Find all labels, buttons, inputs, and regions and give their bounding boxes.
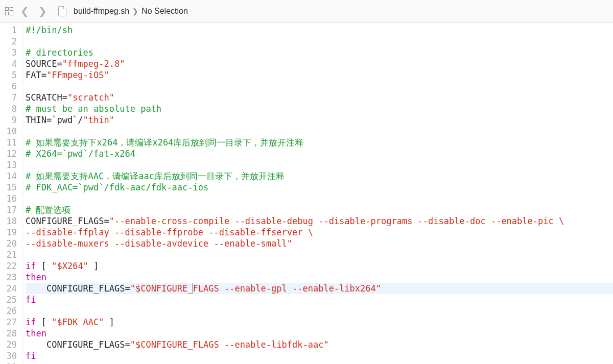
code-line[interactable]: # 如果需要支持AAC，请编译aac库后放到同一目录下，并放开注释 <box>26 171 613 182</box>
code-area[interactable]: #!/bin/sh # directoriesSOURCE="ffmpeg-2.… <box>22 22 613 364</box>
code-line[interactable]: then <box>26 328 613 339</box>
code-line[interactable]: fi <box>26 294 613 305</box>
line-number: 7 <box>0 92 22 103</box>
line-number: 12 <box>0 148 22 159</box>
line-number: 17 <box>0 204 22 215</box>
line-number: 31 <box>0 361 22 364</box>
line-number: 23 <box>0 272 22 283</box>
line-number: 28 <box>0 328 22 339</box>
line-number: 15 <box>0 182 22 193</box>
file-icon <box>58 6 66 16</box>
line-number-gutter: 1234567891011121314151617181920212223242… <box>0 22 22 364</box>
line-number: 24 <box>0 283 22 294</box>
code-line[interactable]: # 配置选项 <box>26 204 613 215</box>
code-line[interactable]: # directories <box>26 47 613 58</box>
code-line[interactable]: --disable-muxers --disable-avdevice --en… <box>26 238 613 249</box>
line-number: 14 <box>0 171 22 182</box>
code-line[interactable] <box>26 81 613 92</box>
code-line[interactable]: SCRATCH="scratch" <box>26 92 613 103</box>
code-line[interactable]: then <box>26 272 613 283</box>
code-line[interactable] <box>26 305 613 317</box>
line-number: 11 <box>0 137 22 148</box>
code-line[interactable]: # FDK_AAC=`pwd`/fdk-aac/fdk-aac-ios <box>26 182 613 193</box>
code-line[interactable]: if [ "$X264" ] <box>26 260 613 272</box>
code-line[interactable] <box>26 249 613 260</box>
line-number: 8 <box>0 103 22 114</box>
code-line[interactable] <box>26 126 613 137</box>
code-line[interactable]: THIN=`pwd`/"thin" <box>26 114 613 126</box>
line-number: 10 <box>0 126 22 137</box>
code-line[interactable]: # 如果需要支持下x264，请编译x264库后放到同一目录下，并放开注释 <box>26 137 613 148</box>
line-number: 16 <box>0 193 22 204</box>
line-number: 21 <box>0 249 22 260</box>
line-number: 2 <box>0 36 22 47</box>
line-number: 18 <box>0 215 22 227</box>
back-button[interactable]: ❮ <box>17 5 32 17</box>
forward-button[interactable]: ❯ <box>35 5 50 17</box>
line-number: 30 <box>0 350 22 361</box>
line-number: 13 <box>0 159 22 171</box>
toolbar: ❮ ❯ build-ffmpeg.sh ❯ No Selection <box>0 0 613 22</box>
code-line[interactable]: if [ "$FDK_AAC" ] <box>26 317 613 328</box>
line-number: 1 <box>0 25 22 36</box>
line-number: 27 <box>0 317 22 328</box>
breadcrumb-filename[interactable]: build-ffmpeg.sh <box>74 7 129 16</box>
code-line[interactable] <box>26 159 613 171</box>
code-line[interactable]: # X264=`pwd`/fat-x264 <box>26 148 613 159</box>
chevron-right-icon: ❯ <box>132 7 138 15</box>
line-number: 4 <box>0 58 22 69</box>
code-line[interactable]: CONFIGURE_FLAGS="$CONFIGURE_FLAGS --enab… <box>26 283 613 294</box>
code-line[interactable]: CONFIGURE_FLAGS="$CONFIGURE_FLAGS --enab… <box>26 339 613 350</box>
code-line[interactable]: SOURCE="ffmpeg-2.8" <box>26 58 613 69</box>
line-number: 3 <box>0 47 22 58</box>
related-items-icon[interactable] <box>4 6 14 16</box>
code-line[interactable] <box>26 36 613 47</box>
code-line[interactable]: #!/bin/sh <box>26 25 613 36</box>
code-line[interactable]: CONFIGURE_FLAGS="--enable-cross-compile … <box>26 215 613 227</box>
line-number: 29 <box>0 339 22 350</box>
line-number: 19 <box>0 227 22 238</box>
line-number: 26 <box>0 305 22 317</box>
code-line[interactable]: FAT="FFmpeg-iOS" <box>26 69 613 81</box>
breadcrumb-selection[interactable]: No Selection <box>142 7 188 16</box>
editor[interactable]: 1234567891011121314151617181920212223242… <box>0 22 613 364</box>
line-number: 20 <box>0 238 22 249</box>
line-number: 5 <box>0 69 22 81</box>
line-number: 9 <box>0 114 22 126</box>
breadcrumb[interactable]: build-ffmpeg.sh ❯ No Selection <box>74 7 188 16</box>
line-number: 6 <box>0 81 22 92</box>
code-line[interactable]: # must be an absolute path <box>26 103 613 114</box>
line-number: 25 <box>0 294 22 305</box>
line-number: 22 <box>0 260 22 272</box>
code-line[interactable] <box>26 193 613 204</box>
code-line[interactable]: fi <box>26 350 613 361</box>
code-line[interactable]: --disable-ffplay --disable-ffprobe --dis… <box>26 227 613 238</box>
code-line[interactable] <box>26 361 613 364</box>
